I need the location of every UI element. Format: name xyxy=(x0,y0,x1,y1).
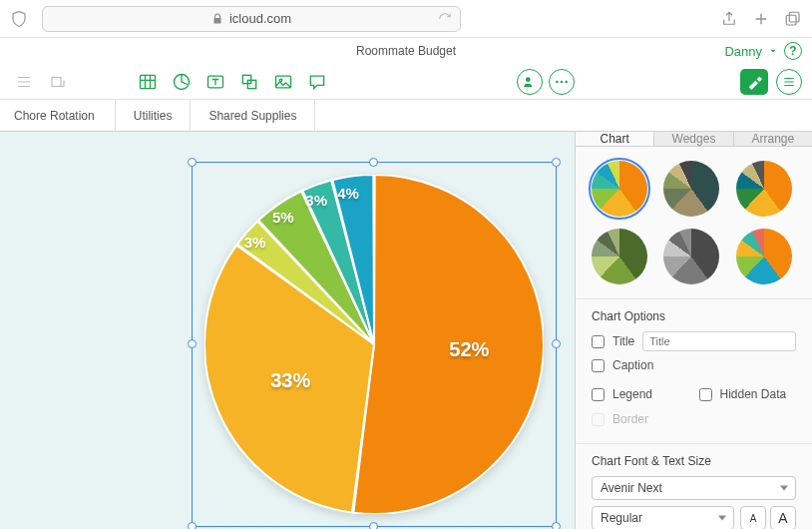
view-list-button[interactable] xyxy=(10,68,38,96)
title-checkbox[interactable] xyxy=(592,335,605,348)
collaborate-button[interactable] xyxy=(517,69,543,95)
svg-rect-0 xyxy=(789,12,799,22)
format-inspector: Chart Wedges Arrange Chart Options Title… xyxy=(575,132,812,529)
insert-text-button[interactable] xyxy=(202,68,229,96)
svg-rect-2 xyxy=(52,77,61,86)
chart-style-swatch[interactable] xyxy=(592,229,647,284)
tabs-icon[interactable] xyxy=(784,10,802,28)
inspector-tab-wedges[interactable]: Wedges xyxy=(654,132,732,146)
canvas[interactable]: 52%33%3%5%3%4% xyxy=(0,132,575,529)
help-icon[interactable]: ? xyxy=(784,42,802,60)
insert-image-button[interactable] xyxy=(269,68,297,96)
svg-rect-6 xyxy=(242,75,250,83)
refresh-icon[interactable] xyxy=(438,12,452,26)
chart-style-grid xyxy=(576,147,812,298)
title-label: Title xyxy=(612,334,634,348)
main-area: 52%33%3%5%3%4% Chart Wedges Arrange Char… xyxy=(0,132,812,529)
font-weight-select[interactable]: Regular xyxy=(592,506,734,529)
resize-handle[interactable] xyxy=(369,522,378,529)
resize-handle[interactable] xyxy=(552,522,561,529)
font-heading: Chart Font & Text Size xyxy=(592,454,796,468)
resize-handle[interactable] xyxy=(552,158,561,167)
user-name: Danny xyxy=(724,44,762,59)
main-toolbar xyxy=(0,64,812,100)
caption-checkbox[interactable] xyxy=(592,359,605,372)
organize-button[interactable] xyxy=(776,69,802,95)
chart-style-swatch[interactable] xyxy=(663,161,719,217)
resize-handle[interactable] xyxy=(188,158,197,167)
inspector-tab-arrange[interactable]: Arrange xyxy=(733,132,812,146)
browser-actions xyxy=(720,10,802,28)
font-size-decrease-button[interactable]: A xyxy=(740,506,766,529)
document-title: Roommate Budget xyxy=(356,44,456,58)
user-menu[interactable]: Danny ? xyxy=(724,42,802,60)
chart-style-swatch[interactable] xyxy=(663,229,719,284)
hidden-data-checkbox[interactable] xyxy=(699,388,712,401)
share-icon[interactable] xyxy=(720,10,738,28)
more-button[interactable] xyxy=(549,69,575,95)
chart-options-section: Chart Options Title Caption Legend Hidde… xyxy=(576,298,812,443)
legend-option: Legend xyxy=(592,387,689,401)
font-family-select[interactable]: Avenir Next xyxy=(592,476,796,500)
privacy-shield-icon[interactable] xyxy=(10,10,28,28)
title-option-row: Title xyxy=(592,331,796,351)
sheet-tab[interactable]: Chore Rotation xyxy=(0,100,116,131)
insert-table-button[interactable] xyxy=(134,68,162,96)
browser-toolbar: icloud.com xyxy=(0,0,812,38)
resize-handle[interactable] xyxy=(188,522,197,529)
legend-checkbox[interactable] xyxy=(592,388,605,401)
sheet-tab[interactable]: Utilities xyxy=(116,100,192,131)
font-size-increase-button[interactable]: A xyxy=(770,506,796,529)
chart-options-heading: Chart Options xyxy=(592,309,796,323)
insert-shape-button[interactable] xyxy=(235,68,263,96)
format-button[interactable] xyxy=(740,69,768,95)
selection-box xyxy=(192,162,557,527)
border-checkbox xyxy=(592,413,605,426)
svg-point-11 xyxy=(556,80,559,83)
svg-rect-3 xyxy=(141,75,156,88)
insert-comment-button[interactable] xyxy=(303,68,331,96)
chart-style-swatch[interactable] xyxy=(592,161,647,217)
url-host: icloud.com xyxy=(229,11,291,26)
svg-point-12 xyxy=(561,80,564,83)
url-bar[interactable]: icloud.com xyxy=(42,6,461,32)
chart-style-swatch[interactable] xyxy=(736,229,792,284)
svg-rect-7 xyxy=(247,80,255,88)
hidden-data-option: Hidden Data xyxy=(699,387,797,401)
lock-icon xyxy=(211,13,223,25)
caption-label: Caption xyxy=(612,358,653,372)
insert-button[interactable] xyxy=(44,68,72,96)
svg-point-10 xyxy=(526,77,531,82)
chart-font-section: Chart Font & Text Size Avenir Next Regul… xyxy=(576,443,812,529)
title-input[interactable] xyxy=(642,331,796,351)
insert-chart-button[interactable] xyxy=(168,68,196,96)
resize-handle[interactable] xyxy=(552,339,561,348)
sheet-tab[interactable]: Shared Supplies xyxy=(191,100,315,131)
inspector-tabs: Chart Wedges Arrange xyxy=(576,132,812,147)
chevron-down-icon xyxy=(768,46,778,56)
chart-style-swatch[interactable] xyxy=(736,161,792,217)
document-header: Roommate Budget Danny ? xyxy=(0,38,812,64)
border-option: Border xyxy=(592,412,689,426)
sheet-tabs: Chore Rotation Utilities Shared Supplies xyxy=(0,100,812,132)
svg-point-13 xyxy=(565,80,568,83)
svg-rect-1 xyxy=(786,15,796,25)
resize-handle[interactable] xyxy=(369,158,378,167)
caption-option-row: Caption xyxy=(592,358,796,372)
inspector-tab-chart[interactable]: Chart xyxy=(576,132,654,146)
resize-handle[interactable] xyxy=(188,339,197,348)
new-tab-icon[interactable] xyxy=(752,10,770,28)
